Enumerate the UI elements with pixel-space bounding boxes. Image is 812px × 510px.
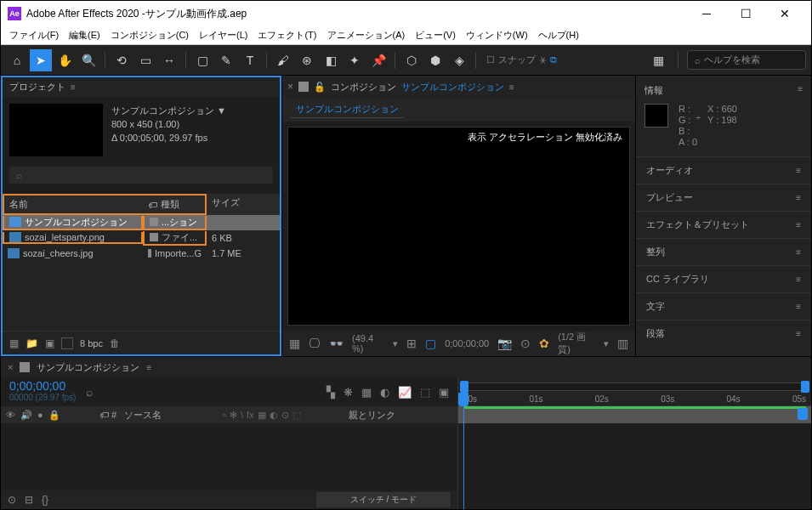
- menu-item[interactable]: ヘルプ(H): [533, 27, 584, 43]
- menu-item[interactable]: コンポジション(C): [105, 27, 194, 43]
- label-column-icon[interactable]: 🏷: [99, 410, 109, 420]
- collapsed-panel[interactable]: エフェクト＆プリセット≡: [636, 211, 811, 238]
- hash-column[interactable]: #: [111, 410, 116, 420]
- graph-editor-icon[interactable]: 📈: [398, 386, 412, 399]
- project-search-input[interactable]: ⌕: [9, 167, 273, 184]
- eye-column-icon[interactable]: 👁: [6, 410, 15, 421]
- interpret-footage-icon[interactable]: ▦: [9, 337, 19, 349]
- switch-col-icon[interactable]: ⬚: [292, 410, 301, 421]
- magnification-icon[interactable]: 🖵: [309, 337, 321, 350]
- transparency-icon[interactable]: ▢: [425, 337, 436, 350]
- panel-menu-icon[interactable]: ≡: [796, 329, 801, 338]
- composition-viewer[interactable]: 表示 アクセラレーション 無効化済み: [287, 127, 630, 326]
- zoom-dropdown[interactable]: (49.4 %): [352, 333, 384, 354]
- switch-mode-toggle[interactable]: スイッチ / モード: [316, 492, 451, 507]
- marker-icon[interactable]: [798, 408, 808, 420]
- shy-icon[interactable]: ❋: [344, 386, 353, 399]
- menu-item[interactable]: ファイル(F): [4, 27, 64, 43]
- switch-col-icon[interactable]: ◐: [270, 410, 278, 421]
- resolution-icon[interactable]: ⊞: [406, 337, 417, 350]
- close-button[interactable]: ✕: [765, 1, 804, 26]
- collapsed-panel[interactable]: 文字≡: [636, 292, 811, 320]
- timeline-search-icon[interactable]: ⌕: [86, 385, 93, 399]
- delete-icon[interactable]: 🗑: [110, 337, 120, 349]
- roto-tool-icon[interactable]: ✦: [344, 49, 366, 71]
- column-type[interactable]: 🏷 種類: [143, 194, 207, 215]
- project-item[interactable]: sozai_cheers.jpgImporte...G1.7 ME: [3, 246, 280, 261]
- panel-menu-icon[interactable]: ≡: [146, 363, 151, 372]
- local-axis-icon[interactable]: ⬡: [400, 49, 423, 71]
- label-swatch[interactable]: [150, 218, 158, 226]
- project-item[interactable]: sozai_letsparty.pngファイ...6 KB: [3, 230, 280, 246]
- menu-item[interactable]: ウィンドウ(W): [461, 27, 533, 43]
- text-tool-icon[interactable]: T: [239, 49, 261, 71]
- snap-checkbox[interactable]: ☐: [486, 54, 495, 65]
- new-folder-icon[interactable]: 📁: [26, 337, 38, 349]
- label-swatch[interactable]: [150, 233, 158, 241]
- render-icon[interactable]: ▣: [439, 386, 449, 399]
- project-item[interactable]: サンプルコンポジション...ション: [3, 215, 280, 230]
- menu-item[interactable]: アニメーション(A): [322, 27, 411, 43]
- show-channel-icon[interactable]: ⊙: [520, 337, 531, 350]
- draft-3d-icon[interactable]: ⬚: [420, 386, 430, 399]
- collapsed-panel[interactable]: 段落≡: [636, 320, 811, 347]
- panel-menu-icon[interactable]: ≡: [796, 166, 801, 175]
- collapsed-panel[interactable]: オーディオ≡: [636, 156, 811, 184]
- panel-menu-icon[interactable]: ≡: [71, 82, 76, 92]
- switch-col-icon[interactable]: fx: [247, 410, 254, 421]
- time-ruler[interactable]: 00s01s02s03s04s05s: [458, 377, 811, 406]
- home-tool-icon[interactable]: ⌂: [6, 49, 28, 71]
- color-depth-swatch[interactable]: [61, 337, 73, 349]
- label-swatch[interactable]: [148, 249, 151, 258]
- work-area-start[interactable]: [460, 381, 468, 393]
- quality-dropdown[interactable]: (1/2 画質): [558, 331, 595, 356]
- new-comp-icon[interactable]: ▣: [45, 337, 54, 349]
- switch-col-icon[interactable]: ✻: [230, 410, 237, 421]
- current-time[interactable]: 0;00;00;00: [9, 381, 76, 392]
- menu-item[interactable]: レイヤー(L): [194, 27, 253, 43]
- collapsed-panel[interactable]: プレビュー≡: [636, 184, 811, 211]
- mask-icon[interactable]: 👓: [329, 337, 344, 350]
- lock-icon[interactable]: 🔓: [314, 82, 326, 93]
- collapsed-panel[interactable]: CC ライブラリ≡: [636, 265, 811, 292]
- always-preview-icon[interactable]: ▦: [289, 337, 300, 350]
- switch-col-icon[interactable]: ▫: [223, 410, 226, 421]
- color-depth-label[interactable]: 8 bpc: [80, 338, 103, 348]
- parent-column[interactable]: 親とリンク: [344, 409, 457, 422]
- clone-tool-icon[interactable]: ⊛: [296, 49, 318, 71]
- pan-tool-icon[interactable]: ↔: [158, 49, 180, 71]
- panel-menu-icon[interactable]: ≡: [796, 275, 801, 284]
- maximize-button[interactable]: ☐: [726, 1, 765, 26]
- help-search-input[interactable]: ⌕ ヘルプを検索: [687, 50, 806, 70]
- toggle-in-out-icon[interactable]: {}: [42, 494, 48, 506]
- camera-tool-icon[interactable]: ▭: [134, 49, 156, 71]
- orbit-tool-icon[interactable]: ⟲: [111, 49, 133, 71]
- switch-col-icon[interactable]: ⊙: [281, 410, 289, 421]
- view-layout-icon[interactable]: ▥: [617, 337, 628, 350]
- viewer-time[interactable]: 0;00;00;00: [445, 338, 489, 348]
- comp-name[interactable]: サンプルコンポジション ▼: [111, 104, 226, 117]
- timeline-tab-label[interactable]: サンプルコンポジション: [37, 361, 139, 374]
- hand-tool-icon[interactable]: ✋: [54, 49, 76, 71]
- menu-item[interactable]: ビュー(V): [410, 27, 461, 43]
- minimize-button[interactable]: ─: [687, 1, 726, 26]
- close-tab-icon[interactable]: ×: [287, 81, 293, 93]
- panel-menu-icon[interactable]: ≡: [796, 302, 801, 311]
- menu-item[interactable]: エフェクト(T): [253, 27, 321, 43]
- tracks-area[interactable]: [458, 423, 811, 509]
- lock-column-icon[interactable]: 🔒: [48, 410, 60, 421]
- zoom-tool-icon[interactable]: 🔍: [77, 49, 99, 71]
- frame-blend-icon[interactable]: ▦: [361, 386, 372, 399]
- search-mode-icon[interactable]: ▦: [647, 49, 669, 71]
- snap-extra-icon[interactable]: ⧉: [550, 54, 557, 65]
- column-name[interactable]: 名前: [3, 194, 143, 215]
- layers-area[interactable]: [1, 423, 457, 490]
- color-mgmt-icon[interactable]: ✿: [539, 337, 549, 350]
- snap-options-icon[interactable]: ⚹: [539, 54, 547, 65]
- playhead[interactable]: [458, 393, 468, 405]
- eraser-tool-icon[interactable]: ◧: [320, 49, 342, 71]
- comp-breadcrumb[interactable]: サンプルコンポジション: [291, 101, 404, 118]
- work-area-end[interactable]: [801, 381, 809, 393]
- toggle-switches-icon[interactable]: ⊙: [8, 494, 16, 506]
- panel-menu-icon[interactable]: ≡: [798, 84, 803, 97]
